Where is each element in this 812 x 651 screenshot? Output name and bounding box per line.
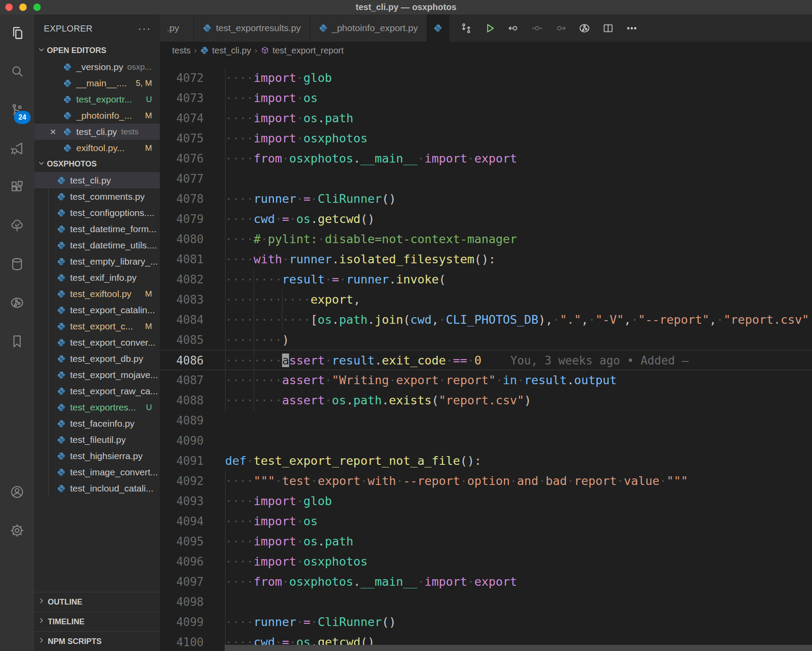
tab-test_exportresults.py[interactable]: test_exportresults.py [194,14,310,42]
tree-file-item[interactable]: test_exiftool.pyM [34,286,160,302]
breadcrumb-item[interactable]: test_cli.py [200,46,251,56]
activity-item-database[interactable] [0,246,34,284]
tree-file-item[interactable]: test_comments.py [34,188,160,205]
activity-item-accounts[interactable] [0,474,34,512]
search-icon [10,64,25,81]
line-number: 4093 [160,491,204,511]
code-line[interactable]: 4082········result·=·runner.invoke( [160,269,812,290]
file-name: test_exportres... [70,402,136,413]
activity-item-testing[interactable] [0,207,34,246]
code-line[interactable]: 4085········) [160,330,812,350]
open-changes-icon[interactable] [459,21,474,35]
code-line[interactable]: 4096····import·osxphotos [160,552,812,572]
code-line[interactable]: 4099····runner·=·CliRunner() [160,612,812,632]
minimize-window-button[interactable] [19,4,27,11]
open-editor-item[interactable]: _photoinfo_...M [34,107,160,124]
code-line[interactable]: 4088········assert·os.path.exists("repor… [160,390,812,410]
code-line[interactable]: 4079····cwd·=·os.getcwd() [160,209,812,229]
code-line[interactable]: 4075····import·osxphotos [160,128,812,149]
activity-item-settings[interactable] [0,512,34,551]
split-editor-icon[interactable] [601,21,616,35]
code-line[interactable]: 4097····from·osxphotos.__main__·import·e… [160,572,812,592]
tree-file-item[interactable]: test_incloud_catali... [34,480,160,496]
code-line[interactable]: 4093····import·glob [160,491,812,511]
code-line[interactable]: 4084············[os.path.join(cwd,·CLI_P… [160,310,812,330]
activity-bar: 24 [0,14,34,651]
code-line[interactable]: 4080····#·pylint:·disable=not-context-ma… [160,229,812,249]
tab-.py[interactable]: .py [160,14,194,42]
tree-file-item[interactable]: test_highsierra.py [34,448,160,464]
code-line[interactable]: 4092····"""·test·export·with·--report·op… [160,471,812,491]
open-editors-header[interactable]: OPEN EDITORS [34,42,160,59]
tab-label: test_exportresults.py [216,23,301,33]
line-number: 4080 [160,229,204,249]
activity-item-source-control[interactable]: 24 [0,92,34,130]
run-python-file-icon[interactable] [483,21,498,35]
tree-file-item[interactable]: test_exif_info.py [34,269,160,286]
open-editor-item[interactable]: test_exportr...U [34,91,160,107]
tree-file-item[interactable]: test_export_c...M [34,318,160,334]
indent-guide [225,370,226,390]
open-editor-item[interactable]: _version.pyosxp... [34,59,160,75]
activity-item-extensions[interactable] [0,169,34,207]
code-line[interactable]: 4098 [160,592,812,612]
open-editor-item[interactable]: __main__....5, M [34,75,160,91]
code-line[interactable]: 4095····import·os.path [160,531,812,552]
code-line[interactable]: 4089 [160,410,812,431]
tree-file-item[interactable]: test_faceinfo.py [34,415,160,432]
tree-file-item[interactable]: test_export_conver... [34,334,160,350]
open-editor-item[interactable]: exiftool.py...M [34,140,160,156]
code-editor[interactable]: 4072····import·glob4073····import·os4074… [160,59,812,651]
open-editor-item[interactable]: ×test_cli.pytests [34,124,160,140]
activity-item-search[interactable] [0,53,34,92]
code-line[interactable]: 4078····runner·=·CliRunner() [160,189,812,209]
code-line[interactable]: 4076····from·osxphotos.__main__·import·e… [160,149,812,169]
commit-graph-icon[interactable] [577,21,592,35]
code-line[interactable]: 4074····import·os.path [160,108,812,128]
section-header-outline[interactable]: OUTLINE [34,592,160,612]
tree-file-item[interactable]: test_export_raw_ca... [34,383,160,399]
activity-item-bookmarks[interactable] [0,323,34,361]
section-header-npm-scripts[interactable]: NPM SCRIPTS [34,631,160,651]
step-back-icon[interactable] [506,21,521,35]
code-line[interactable]: 4091def·test_export_report_not_a_file(): [160,451,812,471]
tree-file-item[interactable]: test_empty_library_... [34,253,160,269]
tree-file-item[interactable]: test_export_catalin... [34,302,160,318]
close-icon[interactable]: × [50,127,56,136]
line-number: 4091 [160,451,204,471]
activity-item-run-debug[interactable] [0,130,34,169]
close-window-button[interactable] [5,4,13,11]
tree-file-item[interactable]: test_datetime_form... [34,221,160,237]
code-line[interactable]: 4081····with·runner.isolated_filesystem(… [160,249,812,269]
tree-file-item[interactable]: test_configoptions.... [34,205,160,221]
code-line[interactable]: 4094····import·os [160,511,812,531]
explorer-more-actions-icon[interactable]: ··· [138,26,151,31]
breadcrumb-item[interactable]: tests [172,46,191,56]
horizontal-scrollbar[interactable] [225,645,812,651]
tree-file-item[interactable]: test_datetime_utils.... [34,237,160,253]
more-actions-icon[interactable] [625,21,639,35]
step-dim-icon[interactable] [530,21,545,35]
activity-item-gitlens[interactable] [0,284,34,323]
code-line[interactable]: 4072····import·glob [160,68,812,88]
tree-file-item[interactable]: test_image_convert... [34,464,160,480]
section-header-timeline[interactable]: TIMELINE [34,612,160,631]
tree-file-item[interactable]: test_fileutil.py [34,432,160,448]
zoom-window-button[interactable] [33,4,41,11]
code-line[interactable]: 4083············export, [160,290,812,310]
breadcrumb-item[interactable]: test_export_report [261,46,343,56]
tree-file-item[interactable]: test_export_db.py [34,350,160,367]
tab-active-icon[interactable] [427,14,449,42]
tree-file-item[interactable]: test_export_mojave... [34,367,160,383]
code-line[interactable]: 4087········assert·"Writing·export·repor… [160,370,812,390]
code-line[interactable]: 4090 [160,431,812,451]
tab-_photoinfo_export.py[interactable]: _photoinfo_export.py [310,14,427,42]
code-line[interactable]: 4073····import·os [160,88,812,108]
activity-item-explorer[interactable] [0,14,34,53]
folder-section-header[interactable]: OSXPHOTOS [34,156,160,172]
step-forward-icon[interactable] [554,21,568,35]
tree-file-item[interactable]: test_exportres...U [34,399,160,415]
code-line[interactable]: 4086········assert·result.exit_code·==·0… [160,350,812,370]
code-line[interactable]: 4077 [160,169,812,189]
tree-file-item[interactable]: test_cli.py [34,172,160,188]
